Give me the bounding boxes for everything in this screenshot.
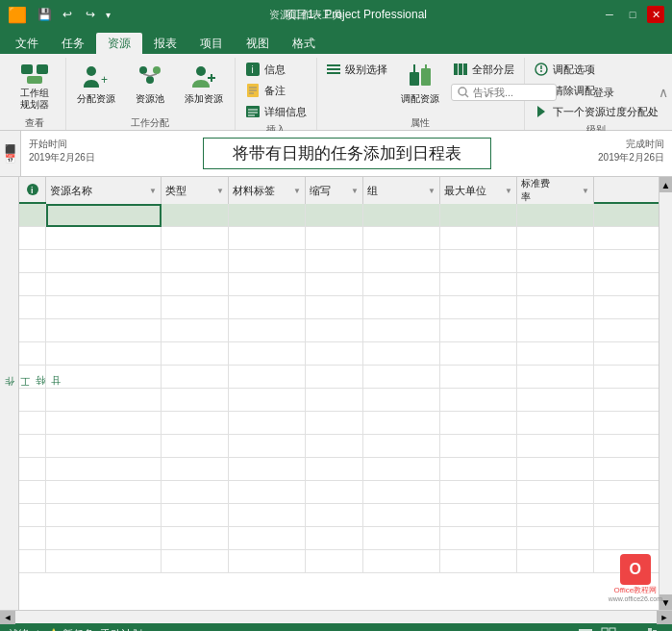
cell-maxunit[interactable] [440,458,517,481]
horizontal-scrollbar[interactable]: ◄ ► [0,610,672,623]
cell-abbr[interactable] [306,435,363,458]
table-row[interactable] [19,250,659,273]
note-btn[interactable]: 备注 [241,81,311,100]
redo-btn[interactable]: ↪ [81,5,100,24]
cell-group[interactable] [363,366,440,389]
scroll-track-h[interactable] [15,611,657,624]
cell-name[interactable] [46,458,162,481]
table-row[interactable] [19,527,659,550]
cell-abbr-1[interactable] [306,204,363,227]
table-row[interactable] [19,273,659,296]
cell-abbr[interactable] [306,458,363,481]
cell-maxunit[interactable] [440,412,517,435]
col-header-rate[interactable]: 标准费率 ▼ [517,177,594,204]
table-row[interactable] [19,550,659,573]
cell-rate[interactable] [517,458,594,481]
cell-maxunit[interactable] [440,550,517,573]
scroll-right-btn[interactable]: ► [657,611,672,624]
cell-name-1[interactable] [46,204,162,227]
cell-rate[interactable] [517,296,594,319]
cell-rate[interactable] [517,389,594,412]
cell-name[interactable] [46,435,162,458]
cell-material[interactable] [229,319,306,342]
add-resource-btn[interactable]: 添加资源 [179,58,229,110]
cell-name[interactable] [46,319,162,342]
cell-name[interactable] [46,550,162,573]
table-row[interactable] [19,227,659,250]
cell-material[interactable] [229,342,306,366]
tab-report[interactable]: 报表 [142,33,188,54]
table-row[interactable] [19,504,659,527]
cell-type[interactable] [162,296,229,319]
cell-group[interactable] [363,250,440,273]
cell-abbr[interactable] [306,227,363,250]
cell-material[interactable] [229,527,306,550]
minimize-btn[interactable]: ─ [601,6,618,23]
table-row[interactable] [19,412,659,435]
cell-abbr[interactable] [306,389,363,412]
cell-type[interactable] [162,319,229,342]
table-row[interactable] [19,366,659,389]
tab-resource[interactable]: 资源 [96,33,142,54]
cell-type[interactable] [162,273,229,296]
col-header-name[interactable]: 资源名称 ▼ [46,177,162,204]
cell-maxunit[interactable] [440,273,517,296]
cell-rate[interactable] [517,342,594,366]
cell-material[interactable] [229,504,306,527]
table-row[interactable] [19,296,659,319]
cell-maxunit[interactable] [440,527,517,550]
cell-name[interactable] [46,412,162,435]
cell-group[interactable] [363,550,440,573]
close-btn[interactable]: ✕ [647,6,664,23]
cell-maxunit[interactable] [440,389,517,412]
cell-type[interactable] [162,389,229,412]
adjust-options-btn[interactable]: 调配选项 [530,60,662,79]
cell-group[interactable] [363,296,440,319]
cell-group[interactable] [363,435,440,458]
cell-type[interactable] [162,458,229,481]
cell-abbr[interactable] [306,296,363,319]
assign-resource-btn[interactable]: + 分配资源 [71,58,121,110]
cell-type[interactable] [162,435,229,458]
tab-file[interactable]: 文件 [4,33,50,54]
cell-name[interactable] [46,481,162,504]
cell-maxunit[interactable] [440,319,517,342]
cell-abbr[interactable] [306,319,363,342]
all-layers-btn[interactable]: 全部分层 [449,60,518,79]
cell-type-1[interactable] [162,204,229,227]
next-overalloc-btn[interactable]: 下一个资源过度分配处 [530,102,662,121]
cell-abbr[interactable] [306,250,363,273]
scroll-track[interactable] [660,192,672,594]
login-btn[interactable]: 登录 [593,85,614,99]
cell-maxunit[interactable] [440,250,517,273]
table-row[interactable] [19,481,659,504]
scroll-left-btn[interactable]: ◄ [0,611,15,624]
view-table-btn[interactable] [599,625,618,631]
cell-material[interactable] [229,550,306,573]
cell-abbr[interactable] [306,366,363,389]
cell-abbr[interactable] [306,527,363,550]
col-header-material[interactable]: 材料标签 ▼ [229,177,306,204]
scroll-up-btn[interactable]: ▲ [660,177,672,192]
cell-name[interactable] [46,342,162,366]
cell-type[interactable] [162,481,229,504]
cell-abbr[interactable] [306,342,363,366]
tab-task[interactable]: 任务 [50,33,96,54]
col-header-maxunit[interactable]: 最大单位 ▼ [440,177,517,204]
cell-rate[interactable] [517,504,594,527]
table-row[interactable] [19,389,659,412]
cell-type[interactable] [162,527,229,550]
cell-material[interactable] [229,366,306,389]
cell-maxunit[interactable] [440,504,517,527]
info-btn[interactable]: i 信息 [241,60,311,79]
cell-rate[interactable] [517,481,594,504]
cell-name[interactable] [46,227,162,250]
cell-abbr[interactable] [306,412,363,435]
cell-maxunit-1[interactable] [440,204,517,227]
cell-group[interactable] [363,458,440,481]
cell-material[interactable] [229,412,306,435]
col-header-type[interactable]: 类型 ▼ [162,177,229,204]
cell-group[interactable] [363,389,440,412]
col-header-abbr[interactable]: 缩写 ▼ [306,177,363,204]
vertical-scrollbar[interactable]: ▲ ▼ [659,177,672,610]
